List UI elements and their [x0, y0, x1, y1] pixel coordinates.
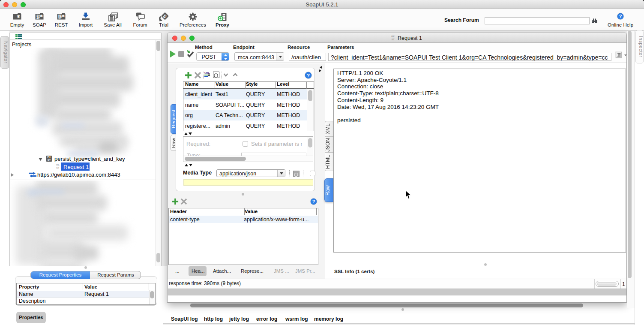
svg-text:ST: ST [58, 17, 62, 20]
svg-text:✱: ✱ [62, 14, 65, 18]
svg-text:?: ? [307, 73, 310, 78]
svg-text:?: ? [619, 14, 622, 19]
svg-text:S: S [162, 13, 168, 19]
svg-text:AP: AP [36, 17, 40, 20]
svg-text:✱: ✱ [40, 14, 43, 18]
svg-text:✱: ✱ [17, 14, 20, 19]
svg-text:?: ? [312, 199, 315, 204]
